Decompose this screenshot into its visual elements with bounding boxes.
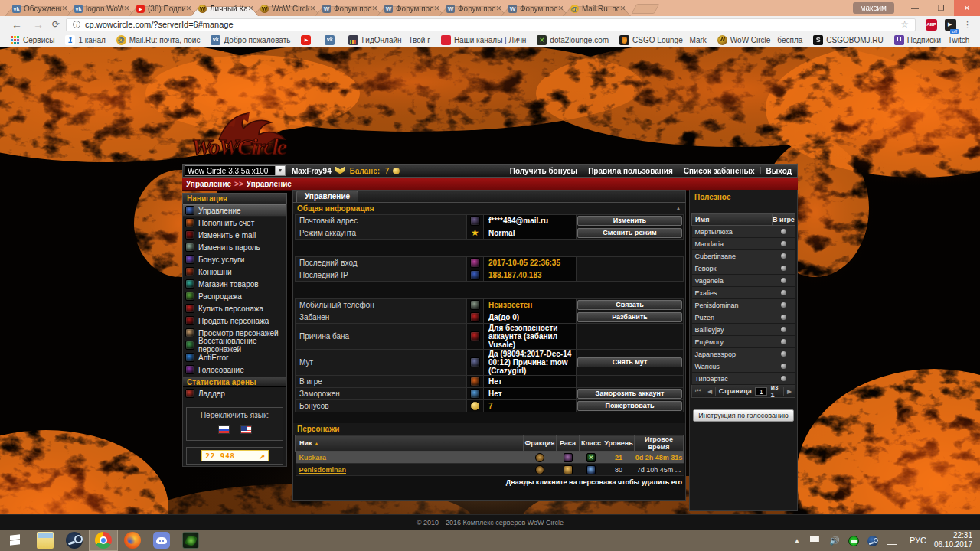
bookmark-item[interactable]: Mail.Ru: почта, поис [116,35,201,45]
bookmark-item[interactable]: Подписки - Twitch [894,35,970,45]
browser-tab[interactable]: Личный Кабинет: lo ✕ [191,2,259,16]
tab-close-icon[interactable]: ✕ [371,5,378,12]
nav-item[interactable]: Конюшни [183,266,286,278]
taskbar-clock[interactable]: 22:31 06.10.2017 [934,531,972,549]
new-tab-button[interactable] [632,4,660,14]
profile-button[interactable]: максим [853,2,894,14]
tab-close-icon[interactable]: ✕ [619,5,626,12]
taskbar-wow-launcher[interactable] [176,530,205,551]
tab-close-icon[interactable]: ✕ [61,5,68,12]
useful-row[interactable]: Puzen [692,311,795,324]
minimize-button[interactable]: — [902,0,928,16]
network-icon[interactable] [887,536,898,546]
taskbar-firefox[interactable] [118,530,147,551]
logout-link[interactable]: Выход [766,167,792,175]
taskbar-steam[interactable] [60,530,89,551]
useful-row[interactable]: Геворк [692,262,795,275]
bookmark-item[interactable]: Наши каналы | Личн [441,35,526,45]
nav-item[interactable]: Магазин товаров [183,278,286,290]
first-page-icon[interactable]: ⏮ [695,387,701,395]
col-name[interactable]: Имя [692,214,773,226]
address-bar[interactable]: i cp.wowcircle.com/?serverId=6#manage ☆ [66,18,916,31]
nav-item[interactable]: Изменить пароль [183,241,286,253]
tab-close-icon[interactable]: ✕ [247,5,254,12]
browser-tab[interactable]: Обсуждения | Офи ✕ [5,2,73,16]
start-button[interactable] [0,530,31,551]
breadcrumb-root[interactable]: Управление [186,180,231,188]
bookmark-item[interactable]: CSGOBOMJ.RU [813,35,883,45]
bookmark-item[interactable] [325,35,338,45]
volume-icon[interactable]: 🔊 [829,536,841,546]
useful-row[interactable]: Vageneia [692,275,795,287]
page-input[interactable]: 1 [755,387,768,396]
browser-tab[interactable]: Форум проекта Wo ✕ [439,2,507,16]
tab-close-icon[interactable]: ✕ [433,5,440,12]
browser-tab[interactable]: Форум проекта Wo ✕ [501,2,569,16]
action-button[interactable]: Пожертвовать [577,401,682,411]
useful-row[interactable]: Cubertinsane [692,250,795,262]
useful-row[interactable]: Penisdominan [692,299,795,311]
useful-row[interactable]: Japanesspop [692,348,795,360]
nav-item[interactable]: Ладдер [183,387,286,399]
useful-row[interactable]: Мартылюха [692,226,795,238]
useful-row[interactable]: Ещёмогу [692,336,795,348]
visit-counter[interactable]: 22 948 ↗ [201,450,269,461]
adblock-extension-icon[interactable]: ABP [926,19,937,31]
prev-page-icon[interactable]: ◀ [707,388,712,395]
col-nick[interactable]: Ник ▲ [296,435,524,452]
action-button[interactable]: Изменить [577,216,682,226]
useful-row[interactable]: Mandaria [692,238,795,250]
nav-item[interactable]: Купить персонажа [183,302,286,315]
col-class[interactable]: Класс [580,435,603,452]
nav-item[interactable]: Пополнить счёт [183,217,286,229]
taskbar-discord[interactable] [147,530,176,551]
character-row[interactable]: Penisdominan807d 10h 45m ... [296,464,684,476]
bookmark-item[interactable]: 1 канал [65,35,105,45]
header-link[interactable]: Получить бонусы [510,167,577,175]
col-race[interactable]: Раса [557,435,580,452]
page-info-icon[interactable]: i [73,21,80,28]
action-button[interactable]: Разбанить [577,312,682,322]
action-button[interactable]: Связать [577,300,682,310]
keyboard-language[interactable]: РУС [910,536,926,545]
useful-row[interactable]: Waricus [692,360,795,373]
browser-tab[interactable]: Форум проекта Wo ✕ [315,2,383,16]
browser-tab[interactable]: WoW Circle - беспл ✕ [253,2,321,16]
nav-item[interactable]: Изменить e-mail [183,229,286,241]
server-select[interactable]: Wow Circle 3.3.5a x100 ▼ [185,165,286,176]
tab-close-icon[interactable]: ✕ [123,5,130,12]
bookmark-item[interactable]: Добро пожаловать [211,35,290,45]
tab-management[interactable]: Управление [296,191,358,202]
taskbar-explorer[interactable] [31,530,60,551]
useful-row[interactable]: Exalies [692,287,795,299]
bookmark-item[interactable]: CSGO Lounge - Mark [619,35,707,45]
nav-item[interactable]: Голосование [183,364,286,376]
bookmark-star-icon[interactable]: ☆ [900,19,909,30]
browser-tab[interactable]: Mail.Ru: почта, пои ✕ [563,2,631,16]
bookmark-item[interactable] [301,35,314,45]
action-button[interactable]: Заморозить аккаунт [577,389,682,399]
col-ingame[interactable]: В игре [773,214,795,226]
browser-tab[interactable]: (38) Подписки - You ✕ [129,2,197,16]
nav-item[interactable]: Бонус услуги [183,253,286,266]
action-button[interactable]: Снять мут [577,357,682,367]
tab-close-icon[interactable]: ✕ [495,5,502,12]
taskbar-chrome[interactable] [89,530,118,551]
useful-row[interactable]: Bailleyjay [692,324,795,336]
russian-flag-icon[interactable] [218,425,230,434]
browser-tab[interactable]: Форум проекта Wo ✕ [377,2,445,16]
bookmark-item[interactable]: WoW Circle - беспла [717,35,802,45]
site-logo[interactable]: WoWCircle [188,110,341,165]
reload-button[interactable]: ⟳ [52,19,60,30]
bookmark-item[interactable]: dota2lounge.com [537,35,609,45]
tray-green-icon[interactable] [848,536,860,546]
action-button[interactable]: Сменить режим [577,228,682,238]
character-link[interactable]: Kuskara [299,454,327,461]
col-level[interactable]: Уровень [603,435,635,452]
character-link[interactable]: Penisdominan [299,466,347,474]
col-time[interactable]: Игровое время [635,435,684,452]
nav-item[interactable]: Восстановление персонажей [183,339,286,351]
bookmark-item[interactable]: ГидОнлайн - Твой г [348,35,430,45]
next-page-icon[interactable]: ▶ [787,388,792,395]
tab-close-icon[interactable]: ✕ [309,5,316,12]
